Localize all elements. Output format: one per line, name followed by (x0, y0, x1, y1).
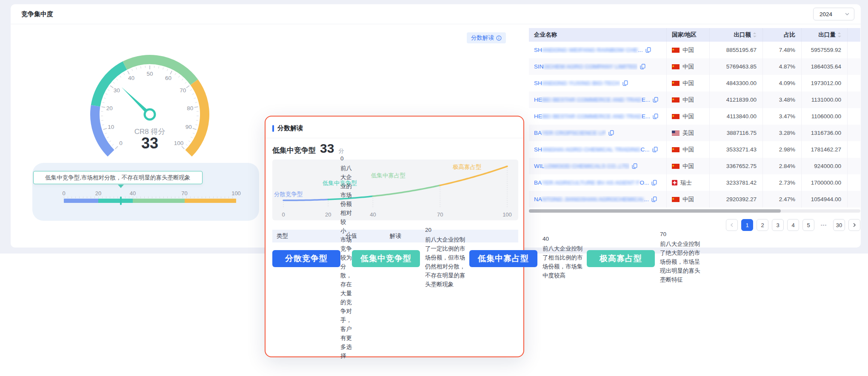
company-name-link[interactable]: SHANGHAI AGRO CHEMICAL TRADINGC... (534, 146, 650, 153)
company-name-link[interactable]: NANTONG JIANGSHAN AGROCHEMICAL ... (534, 196, 649, 202)
gauge-tooltip-text: 低集中竞争型,市场相对分散，不存在明显的寡头垄断现象 (45, 174, 190, 182)
company-name-link[interactable]: HEBEI BESTAR COMMERCE AND TRADE... (534, 113, 650, 120)
company-table: 企业名称国家/地区出口额占比出口量SHANDONG WEIFANG RAINBO… (529, 28, 860, 208)
country-cell: 瑞士 (667, 174, 710, 191)
country-cell: 中国 (667, 58, 710, 75)
share-cell: 2.73% (763, 174, 802, 191)
page-button-3[interactable]: 3 (772, 219, 784, 231)
company-name-cell: SHANDONG YUXING BIO-TECH (529, 75, 667, 91)
sort-icon[interactable] (837, 32, 841, 38)
export-value-cell: 5769463.85 (710, 58, 763, 75)
curve-tick-label: 0 (282, 211, 285, 218)
company-name-cell: SINOCHEM AGRO COMPANY LIMITED (529, 58, 667, 75)
export-qty-cell: 1054944.00 (802, 191, 848, 208)
share-cell: 3.47% (763, 108, 802, 125)
copy-icon[interactable] (651, 197, 657, 202)
column-header-4[interactable]: 出口量 (802, 28, 848, 42)
extra-cell (848, 174, 860, 191)
export-qty-cell: 1781462.27 (802, 141, 848, 158)
company-name-link[interactable]: SHANDONG WEIFANG RAINBOW CHE... (534, 47, 643, 53)
copy-icon[interactable] (653, 97, 658, 103)
flag-china-icon (672, 197, 680, 202)
redacted-name: LOWOOD CHEMICALS CO.,LTD (544, 163, 629, 169)
copy-icon[interactable] (653, 114, 658, 119)
company-name-cell: BAYER AGRICULTURE BV AS AGENT FO... (529, 174, 667, 191)
company-name-link[interactable]: BAYER AGRICULTURE BV AS AGENT FO... (534, 179, 649, 186)
export-value-cell: 3887116.75 (710, 125, 763, 141)
gauge-tooltip-arrow (118, 185, 124, 188)
curve-segment-label: 低集中寡占型 (371, 172, 405, 179)
score-scale-ruler (64, 197, 236, 198)
page-button-1[interactable]: 1 (741, 219, 753, 231)
company-name-cell: SHANGHAI AGRO CHEMICAL TRADINGC... (529, 141, 667, 158)
popup-title: 分数解读 (277, 124, 303, 132)
curve-tick-label: 40 (370, 211, 376, 218)
horizontal-scrollbar[interactable] (529, 209, 860, 213)
export-value-cell: 3533271.43 (710, 141, 763, 158)
company-name-link[interactable]: HEBEI BESTAR COMMERCE AND TRADE... (534, 97, 650, 103)
pagination-ellipsis[interactable]: ••• (818, 219, 830, 231)
company-name-link[interactable]: SHANDONG YUXING BIO-TECH (534, 80, 620, 86)
company-name-link[interactable]: BAYER CROPSCIENCE LP (534, 130, 606, 136)
column-header-2[interactable]: 出口额 (710, 28, 763, 42)
score-interpret-link[interactable]: 分数解读 (467, 32, 506, 43)
company-name-cell: NANTONG JIANGSHAN AGROCHEMICAL ... (529, 191, 667, 208)
table-row: HEBEI BESTAR COMMERCE AND TRADE...中国4113… (529, 108, 860, 125)
export-qty-cell: 1864035.64 (802, 58, 848, 75)
column-header-3: 占比 (763, 28, 802, 42)
scale-segment (64, 199, 98, 203)
scale-segment (185, 199, 237, 203)
copy-icon[interactable] (645, 47, 651, 53)
export-qty-cell: 5957559.92 (802, 42, 848, 58)
flag-china-icon (672, 114, 680, 119)
redacted-name: NTONG JIANGSHAN AGROCHEMICAL (542, 196, 644, 202)
scrollbar-thumb[interactable] (529, 209, 781, 213)
prev-page-button[interactable] (726, 219, 738, 231)
page-button-5[interactable]: 5 (802, 219, 814, 231)
copy-icon[interactable] (608, 130, 614, 136)
company-name-cell: HEBEI BESTAR COMMERCE AND TRADE... (529, 108, 667, 125)
curve-tick-label: 100 (503, 211, 512, 218)
gauge-tick-label: 70 (180, 87, 186, 94)
score-range: 40前八大企业控制了相当比例的市场份额，市场集中度较高 (542, 236, 587, 282)
company-name-cell: WILLOWOOD CHEMICALS CO.,LTD (529, 158, 667, 174)
popup-score-line: 低集中竞争型 33 分 (272, 141, 344, 156)
country-cell: 中国 (667, 141, 710, 158)
copy-icon[interactable] (622, 80, 628, 86)
sort-icon[interactable] (753, 32, 757, 38)
score-range: 20前八大企业控制了一定比例的市场份额，但市场仍然相对分散，不存在明显的寡头垄断… (425, 227, 469, 291)
popup-table-row: 极高寡占型70前八大企业控制了绝大部分的市场份额，市场呈现出明显的寡头垄断特征 (587, 248, 704, 270)
popup-divider (266, 138, 523, 138)
export-qty-cell: 1973012.00 (802, 75, 848, 91)
redacted-name: ANGHAI AGRO CHEMICAL TRADING (542, 146, 641, 153)
chevron-down-icon (845, 11, 850, 17)
company-name-link[interactable]: SINOCHEM AGRO COMPANY LIMITED (534, 63, 637, 70)
page-button-30[interactable]: 30 (833, 219, 845, 231)
type-description: 前八大企业控制了相当比例的市场份额，市场集中度较高 (542, 242, 587, 282)
flag-china-icon (672, 164, 680, 169)
type-description: 前八大企业控制了一定比例的市场份额，但市场仍然相对分散，不存在明显的寡头垄断现象 (425, 233, 469, 291)
company-name-cell: BAYER CROPSCIENCE LP (529, 125, 667, 141)
score-curve-svg: 0204070100分散竞争型低集中竞争型低集中寡占型极高寡占型 (272, 160, 518, 220)
company-name-link[interactable]: WILLOWOOD CHEMICALS CO.,LTD (534, 163, 629, 169)
page-button-4[interactable]: 4 (787, 219, 799, 231)
gauge-tick-label: 0 (119, 140, 123, 146)
share-cell: 4.09% (763, 75, 802, 91)
flag-switzerland-icon (672, 180, 677, 185)
share-cell: 2.47% (763, 191, 802, 208)
copy-icon[interactable] (632, 163, 637, 169)
table-row: HEBEI BESTAR COMMERCE AND TRADE...中国4121… (529, 91, 860, 108)
year-dropdown[interactable]: 2024 (813, 8, 854, 20)
page-button-2[interactable]: 2 (757, 219, 768, 231)
copy-icon[interactable] (652, 147, 658, 152)
flag-china-icon (672, 48, 680, 53)
copy-icon[interactable] (651, 180, 657, 185)
table-row: SHANDONG WEIFANG RAINBOW CHE...中国8855195… (529, 42, 860, 58)
next-page-button[interactable] (848, 219, 860, 231)
score-range: 0前八大企业的市场份额相对较小，市场竞争较为分散，存在大量的竞争对手，客户有更多… (340, 155, 352, 362)
country-cell: 中国 (667, 108, 710, 125)
copy-icon[interactable] (640, 64, 645, 69)
curve-segment (283, 199, 328, 200)
cr8-gauge-chart: 0102030405060708090100CR8 得分33 (73, 40, 226, 180)
gauge-segment (188, 82, 205, 153)
